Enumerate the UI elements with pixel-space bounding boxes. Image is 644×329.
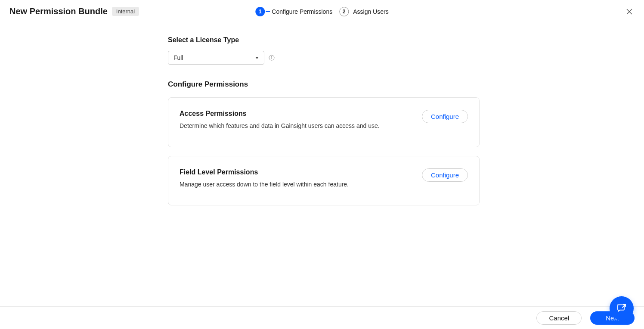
license-select[interactable]: Full: [168, 51, 264, 65]
step-2-label: Assign Users: [353, 8, 388, 15]
configure-permissions-header: Configure Permissions: [168, 80, 248, 89]
page-header: New Permission Bundle Internal 1 Configu…: [0, 0, 644, 23]
chat-popout-icon: [616, 303, 627, 314]
access-card-desc: Determine which features and data in Gai…: [180, 122, 422, 130]
close-icon: [626, 8, 633, 15]
access-card-left: Access Permissions Determine which featu…: [180, 110, 422, 130]
step-1[interactable]: 1 Configure Permissions: [255, 7, 332, 16]
page-title: New Permission Bundle: [9, 6, 108, 16]
step-2[interactable]: 2 Assign Users: [339, 7, 388, 16]
access-card-title: Access Permissions: [180, 110, 422, 118]
chevron-down-icon: [255, 57, 259, 59]
step-1-label: Configure Permissions: [272, 8, 332, 15]
stepper: 1 Configure Permissions 2 Assign Users: [255, 7, 388, 16]
info-icon[interactable]: [269, 55, 275, 61]
cancel-button[interactable]: Cancel: [536, 311, 582, 325]
field-card-left: Field Level Permissions Manage user acce…: [180, 168, 422, 189]
step-2-circle: 2: [339, 7, 349, 16]
license-selected-value: Full: [173, 54, 183, 61]
help-fab[interactable]: [610, 296, 634, 320]
field-card-title: Field Level Permissions: [180, 168, 422, 176]
header-left: New Permission Bundle Internal: [9, 6, 139, 16]
step-1-circle: 1: [255, 7, 265, 16]
access-permissions-card: Access Permissions Determine which featu…: [168, 97, 480, 147]
field-configure-button[interactable]: Configure: [422, 168, 468, 182]
svg-point-4: [272, 56, 272, 57]
field-permissions-card: Field Level Permissions Manage user acce…: [168, 156, 480, 206]
field-card-desc: Manage user access down to the field lev…: [180, 180, 422, 189]
footer-bar: Cancel Next: [0, 306, 644, 329]
internal-badge: Internal: [112, 7, 139, 16]
license-row: Full: [168, 51, 275, 65]
access-configure-button[interactable]: Configure: [422, 110, 468, 123]
license-label: Select a License Type: [168, 36, 239, 44]
step-connector: [266, 11, 270, 12]
content-area: Select a License Type Full Configure Per…: [168, 23, 480, 214]
close-button[interactable]: [624, 6, 635, 17]
